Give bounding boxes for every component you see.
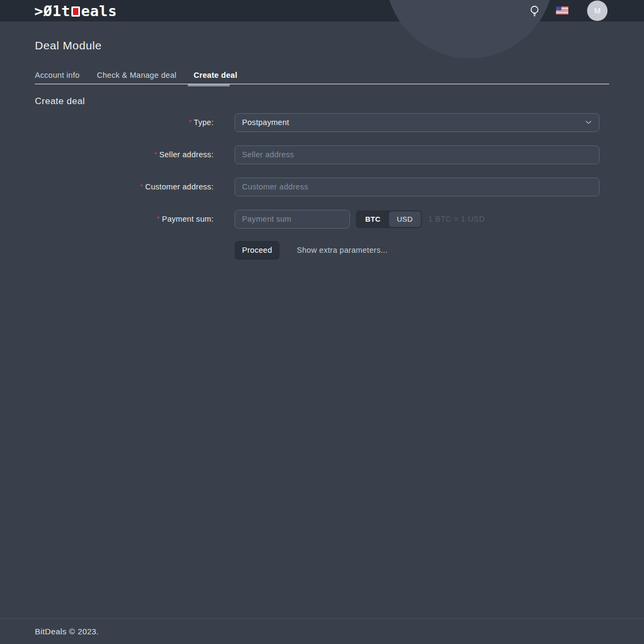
chevron-down-icon xyxy=(585,120,592,125)
payment-sum-input[interactable] xyxy=(235,210,350,229)
form-row-type: *Type: Postpayment xyxy=(35,113,609,132)
currency-option-usd[interactable]: USD xyxy=(389,211,421,227)
user-avatar[interactable]: M xyxy=(587,1,608,21)
footer-copyright: BitDeals © 2023. xyxy=(35,619,99,644)
show-extra-parameters-link[interactable]: Show extra parameters... xyxy=(297,246,387,254)
form-row-payment: *Payment sum: BTC USD 1 BTC = 1 USD xyxy=(35,209,609,229)
form-row-actions: Proceed Show extra parameters... xyxy=(35,240,609,260)
seller-address-input[interactable] xyxy=(235,145,599,164)
seller-address-label: *Seller address: xyxy=(35,150,214,159)
tabs-divider xyxy=(35,84,609,84)
form-row-seller: *Seller address: xyxy=(35,145,609,164)
avatar-initial: M xyxy=(594,6,601,15)
header-content: >Ø1teals M xyxy=(0,0,644,21)
proceed-button[interactable]: Proceed xyxy=(235,241,280,260)
required-mark: * xyxy=(154,150,157,158)
form-row-customer: *Customer address: xyxy=(35,177,609,196)
payment-sum-label: *Payment sum: xyxy=(35,215,214,223)
active-tab-indicator xyxy=(188,84,230,86)
logo[interactable]: >Ø1teals xyxy=(34,2,117,19)
required-mark: * xyxy=(157,215,159,223)
language-us-flag-icon[interactable] xyxy=(556,6,568,14)
logo-red-square-d-icon xyxy=(71,6,80,17)
exchange-rate-text: 1 BTC = 1 USD xyxy=(428,215,485,223)
footer: BitDeals © 2023. xyxy=(0,618,644,644)
type-select-value: Postpayment xyxy=(242,118,585,127)
logo-suffix: eals xyxy=(81,3,117,19)
required-mark: * xyxy=(140,182,143,191)
lightbulb-icon xyxy=(529,11,540,20)
required-mark: * xyxy=(189,118,192,126)
type-select[interactable]: Postpayment xyxy=(235,113,599,132)
type-label: *Type: xyxy=(35,118,214,127)
page-title: Deal Module xyxy=(35,39,102,52)
currency-option-btc[interactable]: BTC xyxy=(357,211,389,227)
customer-address-label: *Customer address: xyxy=(35,182,214,191)
logo-prefix: >Ø1t xyxy=(34,3,70,19)
currency-toggle: BTC USD xyxy=(356,210,422,228)
theme-toggle-button[interactable] xyxy=(529,4,540,18)
customer-address-input[interactable] xyxy=(235,178,599,196)
section-title: Create deal xyxy=(35,96,85,107)
